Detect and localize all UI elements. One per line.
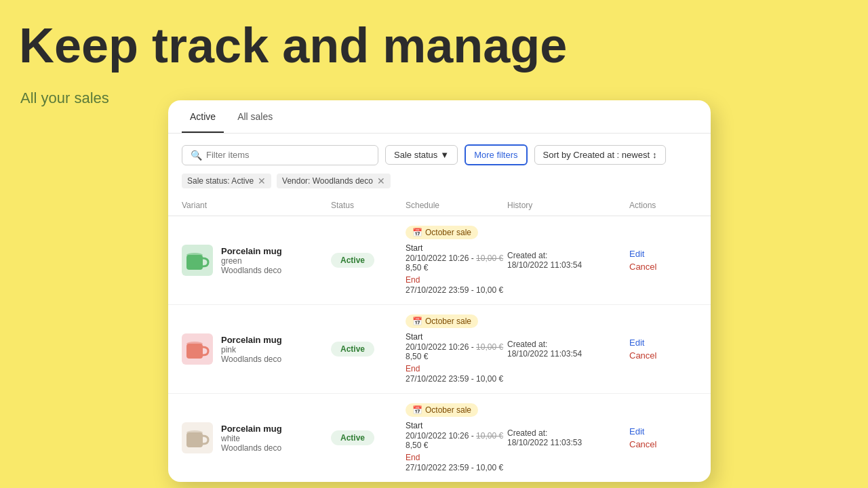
sort-icon: ↕ xyxy=(652,150,657,160)
svg-point-5 xyxy=(186,430,203,434)
end-date: 27/10/2022 23:59 - 10,00 € xyxy=(406,463,507,472)
variant-cell: Porcelain mug green Woodlands deco xyxy=(182,245,331,276)
cancel-button[interactable]: Cancel xyxy=(629,262,697,272)
product-vendor: Woodlands deco xyxy=(221,266,282,275)
actions-cell: Edit Cancel xyxy=(629,249,697,272)
sale-status-label: Sale status xyxy=(394,150,437,160)
cancel-button[interactable]: Cancel xyxy=(629,439,697,449)
chip-vendor-close[interactable]: ✕ xyxy=(377,176,385,186)
table-row: Porcelain mug green Woodlands deco Activ… xyxy=(168,216,711,305)
product-image xyxy=(182,245,213,276)
main-card: Active All sales 🔍 Sale status ▼ More fi… xyxy=(168,100,711,482)
tab-active[interactable]: Active xyxy=(182,100,224,133)
svg-rect-4 xyxy=(186,432,203,447)
status-badge: Active xyxy=(331,430,374,445)
product-variant: pink xyxy=(221,345,282,354)
product-variant: green xyxy=(221,256,282,266)
history-cell: Created at: 18/10/2022 11:03:53 xyxy=(507,428,629,447)
variant-cell: Porcelain mug pink Woodlands deco xyxy=(182,333,331,365)
cancel-button[interactable]: Cancel xyxy=(629,350,697,361)
chip-sale-status-close[interactable]: ✕ xyxy=(258,176,266,186)
end-label: End xyxy=(406,275,507,285)
product-vendor: Woodlands deco xyxy=(221,354,282,364)
sort-label: Sort by Created at : newest xyxy=(543,150,650,160)
schedule-cell: 📅 October sale Start 20/10/2022 10:26 - … xyxy=(406,226,507,295)
svg-rect-2 xyxy=(186,344,203,359)
old-price: 10,00 € xyxy=(476,342,503,352)
product-name: Porcelain mug xyxy=(221,246,282,256)
col-header-variant: Variant xyxy=(182,201,331,210)
edit-button[interactable]: Edit xyxy=(629,426,697,436)
history-date: 18/10/2022 11:03:54 xyxy=(507,349,629,359)
edit-button[interactable]: Edit xyxy=(629,338,697,348)
history-cell: Created at: 18/10/2022 11:03:54 xyxy=(507,340,629,359)
tab-all-sales[interactable]: All sales xyxy=(229,100,281,133)
history-label: Created at: xyxy=(507,428,629,438)
calendar-icon: 📅 xyxy=(412,228,422,237)
history-cell: Created at: 18/10/2022 11:03:54 xyxy=(507,251,629,270)
sale-tag: 📅 October sale xyxy=(406,314,478,328)
chip-vendor: Vendor: Woodlands deco ✕ xyxy=(277,174,391,188)
schedule-cell: 📅 October sale Start 20/10/2022 10:26 - … xyxy=(406,314,507,384)
status-badge: Active xyxy=(331,342,374,357)
table-header: Variant Status Schedule History Actions xyxy=(168,195,711,216)
svg-rect-0 xyxy=(186,255,203,270)
more-filters-button[interactable]: More filters xyxy=(465,144,527,165)
sale-status-button[interactable]: Sale status ▼ xyxy=(385,145,458,165)
product-name: Porcelain mug xyxy=(221,335,282,345)
product-name: Porcelain mug xyxy=(221,424,282,434)
chip-sale-status: Sale status: Active ✕ xyxy=(182,174,271,188)
tab-bar: Active All sales xyxy=(168,100,711,134)
chevron-down-icon: ▼ xyxy=(440,150,449,160)
table-row: Porcelain mug pink Woodlands deco Active… xyxy=(168,305,711,394)
history-date: 18/10/2022 11:03:54 xyxy=(507,260,629,270)
filter-chips: Sale status: Active ✕ Vendor: Woodlands … xyxy=(168,171,711,195)
status-cell: Active xyxy=(331,430,406,445)
col-header-schedule: Schedule xyxy=(406,201,507,210)
old-price: 10,00 € xyxy=(476,253,503,263)
search-input[interactable] xyxy=(206,150,370,160)
start-label: Start xyxy=(406,421,507,430)
actions-cell: Edit Cancel xyxy=(629,338,697,361)
svg-point-3 xyxy=(186,342,203,346)
svg-point-1 xyxy=(186,253,203,257)
chip-sale-status-label: Sale status: Active xyxy=(187,176,254,186)
start-date: 20/10/2022 10:26 - 10,00 € 8,50 € xyxy=(406,342,507,361)
hero-subtitle: All your sales xyxy=(20,89,109,107)
actions-cell: Edit Cancel xyxy=(629,426,697,449)
start-label: Start xyxy=(406,243,507,253)
variant-info: Porcelain mug pink Woodlands deco xyxy=(221,335,282,364)
sale-name: October sale xyxy=(425,405,471,415)
end-label: End xyxy=(406,364,507,373)
search-icon: 🔍 xyxy=(191,150,202,161)
product-image xyxy=(182,333,213,365)
end-date: 27/10/2022 23:59 - 10,00 € xyxy=(406,285,507,295)
history-date: 18/10/2022 11:03:53 xyxy=(507,438,629,447)
col-header-actions: Actions xyxy=(629,201,697,210)
edit-button[interactable]: Edit xyxy=(629,249,697,259)
chip-vendor-label: Vendor: Woodlands deco xyxy=(282,176,373,186)
variant-info: Porcelain mug white Woodlands deco xyxy=(221,424,282,453)
start-date: 20/10/2022 10:26 - 10,00 € 8,50 € xyxy=(406,253,507,272)
start-label: Start xyxy=(406,332,507,342)
col-header-status: Status xyxy=(331,201,406,210)
calendar-icon: 📅 xyxy=(412,317,422,326)
status-cell: Active xyxy=(331,253,406,268)
search-box[interactable]: 🔍 xyxy=(182,145,378,165)
history-label: Created at: xyxy=(507,251,629,260)
status-badge: Active xyxy=(331,253,374,268)
end-label: End xyxy=(406,453,507,462)
sale-tag: 📅 October sale xyxy=(406,403,478,417)
variant-cell: Porcelain mug white Woodlands deco xyxy=(182,422,331,453)
end-date: 27/10/2022 23:59 - 10,00 € xyxy=(406,374,507,384)
sort-button[interactable]: Sort by Created at : newest ↕ xyxy=(534,145,666,165)
sale-tag: 📅 October sale xyxy=(406,226,478,239)
product-image xyxy=(182,422,213,453)
product-variant: white xyxy=(221,434,282,443)
old-price: 10,00 € xyxy=(476,431,503,441)
table-row: Porcelain mug white Woodlands deco Activ… xyxy=(168,394,711,482)
toolbar: 🔍 Sale status ▼ More filters Sort by Cre… xyxy=(168,134,711,171)
status-cell: Active xyxy=(331,342,406,357)
table-body: Porcelain mug green Woodlands deco Activ… xyxy=(168,216,711,482)
schedule-cell: 📅 October sale Start 20/10/2022 10:26 - … xyxy=(406,403,507,472)
